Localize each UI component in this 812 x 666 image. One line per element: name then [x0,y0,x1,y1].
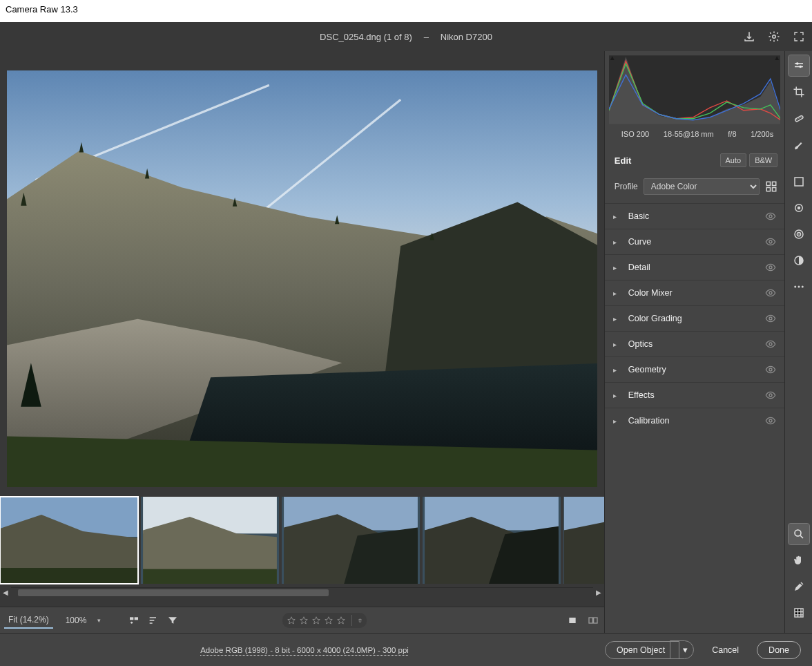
window-title: Camera Raw 13.3 [0,0,812,22]
panel-geometry[interactable]: ▸Geometry [605,356,784,382]
chevron-right-icon: ▸ [613,315,623,323]
chevron-right-icon: ▸ [613,289,623,297]
svg-point-42 [798,234,800,235]
document-title-bar: DSC_0254.dng (1 of 8) – Nikon D7200 [0,22,812,51]
svg-rect-18 [766,182,770,185]
visibility-icon[interactable] [765,339,776,350]
panel-basic[interactable]: ▸Basic [605,203,784,229]
workflow-info[interactable]: Adobe RGB (1998) - 8 bit - 6000 x 4000 (… [11,646,598,654]
chevron-right-icon: ▸ [613,238,623,246]
exif-iso: ISO 200 [621,130,649,138]
panel-color-mixer[interactable]: ▸Color Mixer [605,280,784,305]
visibility-icon[interactable] [765,364,776,375]
filmstrip-scrollbar[interactable]: ◀ ▶ [0,586,604,598]
panel-detail[interactable]: ▸Detail [605,254,784,280]
svg-rect-11 [130,617,133,620]
tool-edit-icon[interactable] [789,55,809,76]
profile-select[interactable]: Adobe Color [644,178,760,195]
grid-view-icon[interactable] [127,613,141,627]
tool-brush-icon[interactable] [789,134,809,155]
trash-icon[interactable] [351,615,362,626]
svg-point-0 [773,35,776,39]
zoom-dropdown-icon[interactable]: ▾ [96,617,106,624]
visibility-icon[interactable] [765,415,776,426]
star-icon[interactable] [311,616,321,625]
export-icon[interactable] [742,29,757,44]
tool-rail [784,51,812,633]
panel-label: Calibration [628,416,765,426]
panel-label: Basic [628,211,765,221]
main-image-view[interactable] [7,70,597,487]
zoom-fit-label[interactable]: Fit (14.2%) [4,612,53,629]
visibility-icon[interactable] [765,211,776,222]
panel-curve[interactable]: ▸Curve [605,229,784,254]
panel-color-grading[interactable]: ▸Color Grading [605,305,784,331]
panel-effects[interactable]: ▸Effects [605,382,784,408]
exif-shutter: 1/200s [751,130,773,138]
bw-button[interactable]: B&W [749,153,777,167]
star-icon[interactable] [324,616,334,625]
shadow-clipping-icon[interactable]: ▲ [609,54,616,61]
svg-rect-16 [593,618,597,623]
tool-sampler-icon[interactable] [789,576,809,597]
highlight-clipping-icon[interactable]: ▲ [773,54,780,61]
sort-icon[interactable] [146,613,160,627]
svg-point-28 [769,368,772,371]
tool-detail-icon[interactable] [789,171,809,192]
compare-view-icon[interactable] [586,613,600,627]
zoom-percent[interactable]: 100% [59,613,91,628]
svg-rect-37 [795,178,803,186]
visibility-icon[interactable] [765,262,776,273]
filmstrip-thumb[interactable] [423,497,561,584]
svg-point-29 [769,394,772,397]
open-dropdown-icon[interactable]: ▾ [670,640,694,659]
done-button[interactable]: Done [757,641,801,659]
rating-stars[interactable] [282,613,367,628]
chevron-right-icon: ▸ [613,417,623,425]
star-icon[interactable] [299,616,309,625]
filmstrip-thumb[interactable] [0,497,138,584]
filter-icon[interactable] [166,613,180,627]
visibility-icon[interactable] [765,390,776,401]
tool-redeye-icon[interactable] [789,198,809,218]
visibility-icon[interactable] [765,236,776,247]
open-object-button[interactable]: Open Object [605,641,679,659]
tool-heal-icon[interactable] [789,108,809,129]
edit-label: Edit [615,155,632,166]
visibility-icon[interactable] [765,287,776,298]
visibility-icon[interactable] [765,313,776,324]
tool-hand-icon[interactable] [789,550,809,571]
scroll-left-icon[interactable]: ◀ [0,587,11,597]
profile-browser-icon[interactable] [765,180,777,193]
image-stage[interactable] [0,51,604,494]
exif-readout: ISO 200 18-55@18 mm f/8 1/200s [609,124,780,144]
scroll-thumb[interactable] [18,589,329,596]
tool-more-icon[interactable] [789,276,809,297]
right-panel: ▲ ▲ ISO 200 18-55@18 mm f/8 1/200s Edit … [604,51,784,633]
histogram[interactable]: ▲ ▲ ISO 200 18-55@18 mm f/8 1/200s [605,51,784,149]
star-icon[interactable] [336,616,346,625]
settings-icon[interactable] [766,29,782,44]
scroll-right-icon[interactable]: ▶ [593,587,604,597]
tool-radial-icon[interactable] [789,250,809,271]
camera-model: Nikon D7200 [441,32,492,42]
auto-button[interactable]: Auto [720,153,747,167]
filmstrip-toolbar: Fit (14.2%) 100% ▾ [0,607,604,633]
tool-zoom-icon[interactable] [789,524,809,544]
panel-label: Optics [628,339,765,349]
chevron-right-icon: ▸ [613,341,623,348]
single-view-icon[interactable] [566,613,579,627]
tool-grid-icon[interactable] [789,602,809,623]
panel-label: Effects [628,390,765,400]
tool-target-icon[interactable] [789,224,809,245]
filmstrip-thumb[interactable] [282,497,420,584]
fullscreen-icon[interactable] [791,29,806,44]
cancel-button[interactable]: Cancel [701,642,750,658]
tool-crop-icon[interactable] [789,82,809,102]
filmstrip-thumb[interactable] [563,497,604,584]
star-icon[interactable] [287,616,296,625]
panel-optics[interactable]: ▸Optics [605,331,784,356]
filmstrip-thumb[interactable] [141,497,279,584]
panel-calibration[interactable]: ▸Calibration [605,408,784,433]
svg-rect-7 [143,569,277,584]
